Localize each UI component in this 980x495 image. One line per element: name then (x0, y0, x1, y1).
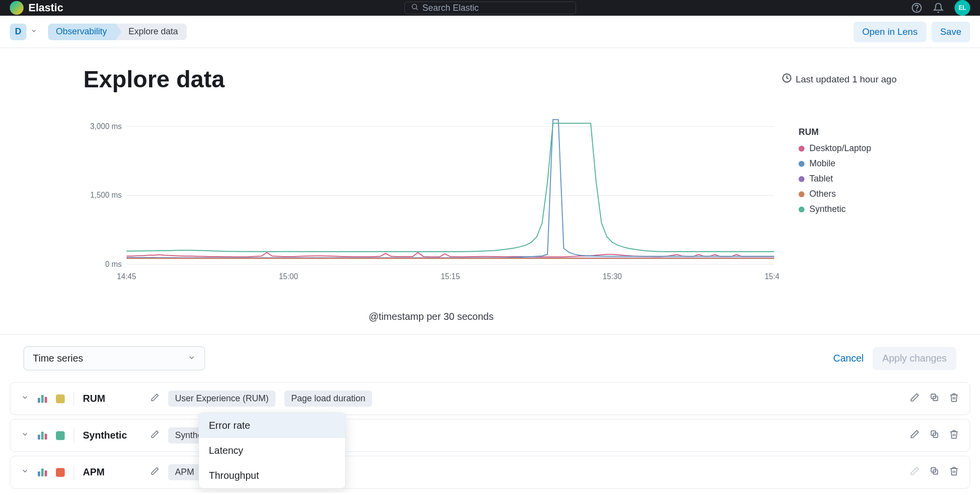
page-title: Explore data (83, 66, 225, 93)
copy-icon[interactable] (930, 429, 939, 442)
open-in-lens-button[interactable]: Open in Lens (854, 22, 927, 42)
main-content: Explore data Last updated 1 hour ago 0 m… (0, 48, 980, 322)
dropdown-item[interactable]: Throughput (199, 463, 345, 488)
svg-point-0 (412, 4, 416, 8)
legend-item[interactable]: Mobile (799, 158, 897, 169)
svg-text:15:45: 15:45 (765, 272, 779, 281)
expand-icon[interactable] (21, 467, 29, 477)
delete-icon[interactable] (949, 466, 959, 478)
divider (74, 391, 74, 406)
bars-icon (38, 395, 47, 403)
last-updated-text: Last updated 1 hour ago (796, 74, 897, 85)
legend-item[interactable]: Tablet (799, 174, 897, 184)
svg-text:3,000 ms: 3,000 ms (90, 122, 122, 130)
avatar[interactable]: EL (955, 0, 970, 16)
series-row: APM APM (10, 456, 970, 489)
expand-icon[interactable] (21, 430, 29, 441)
breadcrumb-explore-data[interactable]: Explore data (116, 24, 187, 40)
svg-text:1,500 ms: 1,500 ms (90, 191, 122, 199)
edit-name-icon[interactable] (151, 393, 159, 404)
save-button[interactable]: Save (931, 22, 970, 42)
chart-type-select[interactable]: Time series (24, 346, 205, 370)
copy-icon[interactable] (930, 392, 939, 405)
breadcrumb-observability[interactable]: Observability (48, 24, 116, 40)
series-name: Synthetic (83, 430, 142, 441)
svg-text:15:15: 15:15 (441, 272, 460, 281)
legend-item[interactable]: Synthetic (799, 204, 897, 214)
expand-icon[interactable] (21, 393, 29, 404)
bars-icon (38, 469, 47, 476)
edit-icon[interactable] (910, 392, 920, 405)
edit-icon[interactable] (910, 429, 920, 442)
legend-label: Desktop/Laptop (809, 143, 871, 154)
chevron-down-icon (188, 353, 196, 364)
last-updated: Last updated 1 hour ago (782, 73, 897, 85)
breadcrumb-bar: D Observability Explore data Open in Len… (0, 16, 980, 48)
space-selector[interactable]: D (10, 24, 26, 40)
cancel-button[interactable]: Cancel (833, 353, 864, 364)
search-icon (411, 3, 419, 13)
elastic-logo-icon (10, 1, 24, 15)
series-row-actions (910, 392, 959, 405)
chart-area: 0 ms1,500 ms3,000 ms14:4515:0015:1515:30… (83, 107, 897, 322)
bell-icon[interactable] (933, 2, 944, 13)
svg-line-1 (416, 8, 418, 10)
edit-name-icon[interactable] (151, 430, 159, 441)
line-chart[interactable]: 0 ms1,500 ms3,000 ms14:4515:0015:1515:30… (83, 107, 779, 289)
legend-item[interactable]: Desktop/Laptop (799, 143, 897, 154)
breadcrumb: Observability Explore data (48, 24, 187, 40)
legend-item[interactable]: Others (799, 189, 897, 199)
svg-text:15:30: 15:30 (603, 272, 622, 281)
edit-icon[interactable] (910, 466, 920, 478)
delete-icon[interactable] (949, 429, 959, 442)
delete-icon[interactable] (949, 392, 959, 405)
logo[interactable]: Elastic (10, 1, 63, 15)
divider (74, 465, 74, 480)
svg-text:0 ms: 0 ms (105, 260, 122, 268)
search-placeholder: Search Elastic (423, 3, 479, 13)
series-name: RUM (83, 393, 142, 404)
help-icon[interactable] (911, 2, 922, 13)
legend-label: Others (809, 189, 836, 199)
series-name: APM (83, 467, 142, 478)
series-row: Synthetic Syntheticsduration Error rateL… (10, 419, 970, 452)
apply-changes-button[interactable]: Apply changes (873, 347, 956, 370)
clock-icon (782, 73, 792, 85)
svg-text:15:00: 15:00 (279, 272, 298, 281)
legend-dot-icon (799, 191, 804, 197)
metric-dropdown[interactable]: Error rateLatencyThroughput (199, 413, 346, 489)
copy-icon[interactable] (930, 466, 939, 478)
legend-dot-icon (799, 146, 804, 152)
chart-legend: RUM Desktop/LaptopMobileTabletOthersSynt… (799, 107, 897, 322)
series-tag[interactable]: User Experience (RUM) (168, 391, 276, 407)
legend-dot-icon (799, 207, 804, 212)
divider (74, 428, 74, 443)
legend-label: Synthetic (809, 204, 846, 214)
series-row-actions (910, 429, 959, 442)
dropdown-item[interactable]: Latency (199, 438, 345, 463)
header-actions: EL (911, 0, 970, 16)
series-row: RUM User Experience (RUM)Page load durat… (10, 382, 970, 415)
chevron-down-icon[interactable] (30, 26, 37, 37)
edit-name-icon[interactable] (151, 467, 159, 478)
svg-text:14:45: 14:45 (117, 272, 136, 281)
series-tag[interactable]: APM (168, 464, 201, 480)
color-swatch[interactable] (56, 431, 65, 440)
brand-name: Elastic (28, 1, 63, 14)
search-input[interactable]: Search Elastic (404, 1, 576, 14)
dropdown-item[interactable]: Error rate (199, 413, 345, 438)
chart-type-value: Time series (33, 353, 83, 364)
color-swatch[interactable] (56, 394, 65, 403)
color-swatch[interactable] (56, 468, 65, 477)
chart-xlabel: @timestamp per 30 seconds (83, 311, 779, 322)
page-actions: Open in Lens Save (854, 22, 970, 42)
bars-icon (38, 432, 47, 440)
legend-label: Tablet (809, 174, 833, 184)
legend-dot-icon (799, 176, 804, 182)
legend-label: Mobile (809, 158, 835, 169)
svg-point-3 (917, 10, 917, 11)
app-header: Elastic Search Elastic EL (0, 0, 980, 16)
series-tag[interactable]: Page load duration (284, 391, 372, 407)
series-row-actions (910, 466, 959, 478)
legend-title: RUM (799, 127, 897, 137)
